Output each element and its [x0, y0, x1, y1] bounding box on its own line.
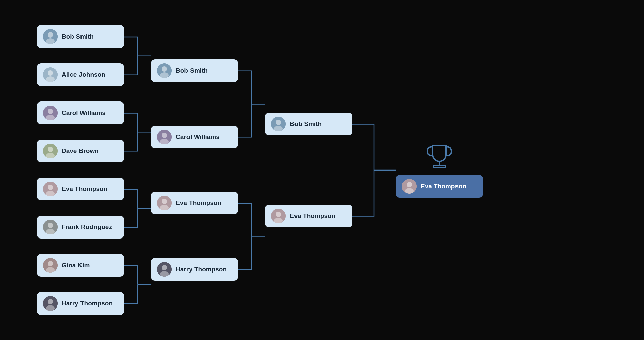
svg-point-10: [48, 147, 53, 152]
player-name-eva3: Eva Thompson: [290, 212, 335, 220]
avatar-carol2: [157, 130, 172, 144]
round1-slot: Alice Johnson: [37, 63, 131, 86]
svg-point-31: [162, 199, 167, 204]
trophy-icon: [426, 143, 453, 169]
player-name-frank1: Frank Rodriguez: [62, 223, 112, 231]
player-name-bob3: Bob Smith: [290, 120, 322, 128]
round2-slot: Bob Smith: [151, 59, 245, 82]
svg-point-19: [48, 261, 53, 266]
round2-slot: Harry Thompson: [151, 258, 245, 281]
player-card-harry1[interactable]: Harry Thompson: [37, 292, 124, 315]
avatar-carol1: [43, 106, 58, 120]
svg-point-7: [48, 109, 53, 114]
player-name-eva2: Eva Thompson: [176, 199, 221, 207]
player-card-eva2[interactable]: Eva Thompson: [151, 192, 238, 214]
player-card-carol2[interactable]: Carol Williams: [151, 126, 238, 148]
svg-rect-44: [433, 165, 445, 167]
player-name-alice1: Alice Johnson: [62, 71, 105, 78]
avatar-gina1: [43, 258, 58, 273]
svg-point-40: [276, 212, 281, 217]
avatar-bob1: [43, 29, 58, 44]
round1-slot: Eva Thompson: [37, 178, 131, 200]
round-3: Bob Smith Eva Thompson: [265, 11, 359, 329]
avatar-bob3: [271, 117, 286, 131]
trophy-container: Eva Thompson: [396, 143, 483, 198]
svg-point-34: [162, 265, 167, 270]
avatar-harry2: [157, 262, 172, 277]
avatar-harry1: [43, 296, 58, 311]
player-card-gina1[interactable]: Gina Kim: [37, 254, 124, 277]
player-name-carol1: Carol Williams: [62, 109, 106, 117]
player-name-dave1: Dave Brown: [62, 147, 99, 155]
svg-point-46: [407, 182, 412, 187]
avatar-frank1: [43, 220, 58, 234]
round1-slot: Harry Thompson: [37, 292, 131, 315]
player-card-bob2[interactable]: Bob Smith: [151, 59, 238, 82]
round2-slot: Carol Williams: [151, 126, 245, 148]
round2-slot: Eva Thompson: [151, 192, 245, 214]
svg-point-13: [48, 185, 53, 190]
svg-point-1: [48, 32, 53, 38]
svg-point-22: [48, 299, 53, 304]
svg-point-4: [48, 70, 53, 76]
avatar-dave1: [43, 144, 58, 158]
avatar-eva3: [271, 209, 286, 223]
player-name-harry2: Harry Thompson: [176, 266, 227, 273]
svg-point-25: [162, 66, 167, 72]
avatar-alice1: [43, 67, 58, 82]
player-card-bob3[interactable]: Bob Smith: [265, 113, 352, 135]
player-name-bob2: Bob Smith: [176, 67, 208, 74]
player-name-eva4: Eva Thompson: [421, 183, 466, 190]
round1-slot: Bob Smith: [37, 25, 131, 48]
round3-slot: Bob Smith: [265, 113, 359, 135]
round-1: Bob Smith Alice Johnson Carol Williams D…: [37, 11, 131, 329]
player-name-gina1: Gina Kim: [62, 262, 90, 269]
avatar-eva2: [157, 196, 172, 210]
player-card-carol1[interactable]: Carol Williams: [37, 101, 124, 124]
bracket-container: Bob Smith Alice Johnson Carol Williams D…: [37, 11, 607, 329]
svg-point-16: [48, 223, 53, 228]
player-card-frank1[interactable]: Frank Rodriguez: [37, 216, 124, 239]
player-name-harry1: Harry Thompson: [62, 300, 113, 307]
svg-point-28: [162, 133, 167, 138]
avatar-eva4: [402, 179, 417, 194]
avatar-bob2: [157, 63, 172, 78]
player-name-bob1: Bob Smith: [62, 33, 94, 40]
round1-slot: Gina Kim: [37, 254, 131, 277]
round-2: Bob Smith Carol Williams Eva Thompson Ha…: [151, 11, 245, 329]
round-4-winner: Eva Thompson: [386, 11, 493, 329]
player-name-carol2: Carol Williams: [176, 133, 220, 141]
round1-slot: Frank Rodriguez: [37, 216, 131, 239]
player-card-eva4[interactable]: Eva Thompson: [396, 175, 483, 198]
player-card-bob1[interactable]: Bob Smith: [37, 25, 124, 48]
round3-slot: Eva Thompson: [265, 205, 359, 227]
player-name-eva1: Eva Thompson: [62, 185, 107, 193]
svg-point-37: [276, 120, 281, 125]
player-card-dave1[interactable]: Dave Brown: [37, 140, 124, 162]
player-card-eva3[interactable]: Eva Thompson: [265, 205, 352, 227]
player-card-eva1[interactable]: Eva Thompson: [37, 178, 124, 200]
round1-slot: Dave Brown: [37, 140, 131, 162]
player-card-harry2[interactable]: Harry Thompson: [151, 258, 238, 281]
round1-slot: Carol Williams: [37, 101, 131, 124]
avatar-eva1: [43, 182, 58, 196]
player-card-alice1[interactable]: Alice Johnson: [37, 63, 124, 86]
